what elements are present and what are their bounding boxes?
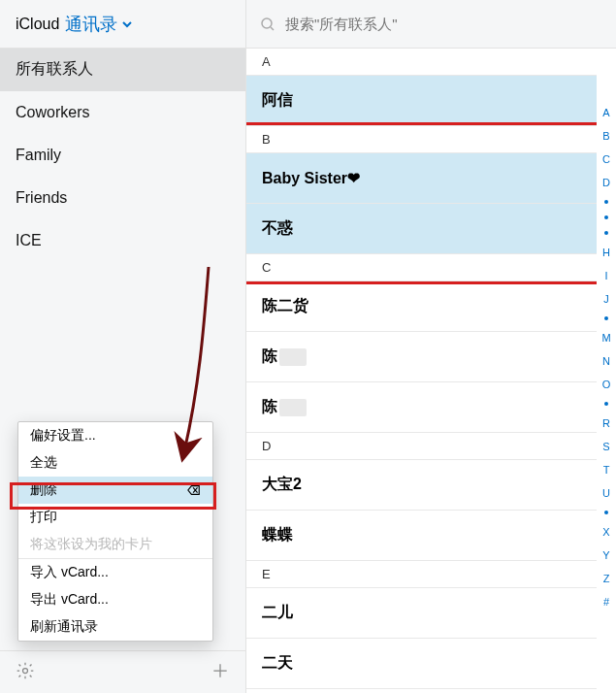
contact-row[interactable]: 不惑 <box>246 204 597 254</box>
menu-item[interactable]: 全选 <box>18 449 212 477</box>
contact-row[interactable]: 阿信 <box>246 76 597 126</box>
context-menu[interactable]: 偏好设置...全选删除打印将这张设为我的卡片导入 vCard...导出 vCar… <box>17 421 213 642</box>
contact-name: 陈 <box>262 346 277 367</box>
menu-item[interactable]: 偏好设置... <box>18 422 212 449</box>
index-letter[interactable]: M <box>601 332 610 344</box>
svg-point-0 <box>262 18 272 28</box>
section-header: D <box>246 433 597 460</box>
index-letter[interactable]: S <box>602 441 609 452</box>
group-dropdown[interactable]: 通讯录 <box>65 13 133 36</box>
menu-item-label: 偏好设置... <box>30 427 96 445</box>
contact-row[interactable]: 大宝2 <box>246 460 597 511</box>
contact-row[interactable]: 陈二货 <box>246 281 597 332</box>
index-letter[interactable]: O <box>602 379 611 390</box>
sidebar-group-item[interactable]: Family <box>0 134 245 177</box>
add-icon[interactable] <box>211 661 230 684</box>
contact-name: 二儿 <box>262 603 293 623</box>
index-letter[interactable]: B <box>602 130 609 142</box>
menu-item-label: 刷新通讯录 <box>30 618 98 636</box>
index-letter[interactable]: Z <box>603 573 610 584</box>
app-name: iCloud <box>16 16 59 33</box>
menu-item-label: 打印 <box>30 509 57 526</box>
contact-row[interactable]: 蝶蝶 <box>246 511 597 561</box>
chevron-down-icon <box>121 18 133 30</box>
index-dot <box>604 231 608 235</box>
index-letter[interactable]: U <box>602 487 610 499</box>
menu-item-label: 全选 <box>30 454 57 472</box>
menu-item-label: 导出 vCard... <box>30 591 109 609</box>
index-dot <box>604 215 608 219</box>
section-header: E <box>246 561 597 588</box>
index-dot <box>604 200 608 204</box>
index-letter[interactable]: R <box>602 417 610 429</box>
contact-row[interactable]: 陈 <box>246 382 597 433</box>
redacted-text <box>279 399 307 416</box>
menu-item[interactable]: 删除 <box>18 477 212 504</box>
menu-item[interactable]: 导出 vCard... <box>18 586 212 613</box>
section-header: A <box>246 49 597 76</box>
index-letter[interactable]: I <box>604 270 607 281</box>
index-letter[interactable]: N <box>602 355 610 367</box>
delete-icon <box>187 483 201 497</box>
redacted-text <box>279 348 307 366</box>
index-letter[interactable]: C <box>602 153 610 165</box>
sidebar-group-item[interactable]: Coworkers <box>0 91 245 134</box>
contact-name: 陈 <box>262 397 277 417</box>
contact-row[interactable]: Baby Sister❤ <box>246 153 597 204</box>
sidebar-group-item[interactable]: Friends <box>0 177 245 219</box>
svg-point-1 <box>23 668 28 673</box>
index-letter[interactable]: T <box>603 464 610 476</box>
section-header: F <box>246 689 597 693</box>
index-letter[interactable]: Y <box>602 549 609 561</box>
index-letter[interactable]: D <box>602 177 610 188</box>
contact-name: 大宝2 <box>262 475 302 495</box>
search-input[interactable] <box>285 16 602 32</box>
contact-name: 不惑 <box>262 218 293 239</box>
contact-row[interactable]: 二儿 <box>246 588 597 639</box>
index-dot <box>604 316 608 320</box>
menu-item-label: 删除 <box>30 481 57 499</box>
section-header: C <box>246 254 597 281</box>
menu-item[interactable]: 导入 vCard... <box>18 559 212 586</box>
contact-name: 陈二货 <box>262 296 308 316</box>
menu-item: 将这张设为我的卡片 <box>18 531 212 558</box>
contact-name: 二天 <box>262 653 293 674</box>
contact-row[interactable]: 二天 <box>246 639 597 689</box>
sidebar-group-item[interactable]: 所有联系人 <box>0 49 245 91</box>
index-letter[interactable]: A <box>602 107 609 118</box>
search-icon <box>260 16 276 32</box>
gear-icon[interactable] <box>16 661 35 684</box>
index-letter[interactable]: X <box>602 526 609 538</box>
index-letter[interactable]: J <box>603 293 609 305</box>
contact-name: 蝶蝶 <box>262 525 293 545</box>
index-dot <box>604 402 608 406</box>
contact-name: Baby Sister❤ <box>262 169 360 187</box>
contact-name: 阿信 <box>262 90 293 111</box>
section-header: B <box>246 126 597 153</box>
index-dot <box>604 511 608 514</box>
index-letter[interactable]: # <box>603 596 609 608</box>
index-letter[interactable]: H <box>602 247 610 258</box>
menu-item[interactable]: 打印 <box>18 504 212 531</box>
menu-item-label: 导入 vCard... <box>30 564 109 581</box>
group-dropdown-label: 通讯录 <box>65 13 117 36</box>
menu-item[interactable]: 刷新通讯录 <box>18 613 212 641</box>
menu-item-label: 将这张设为我的卡片 <box>30 536 152 553</box>
contact-row[interactable]: 陈 <box>246 332 597 382</box>
sidebar-group-item[interactable]: ICE <box>0 219 245 262</box>
